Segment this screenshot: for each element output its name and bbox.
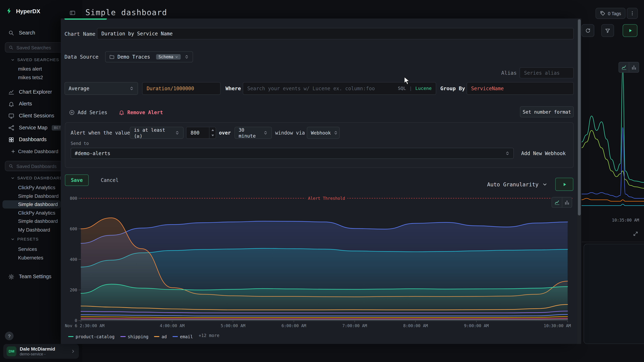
gear-icon	[8, 274, 14, 280]
refresh-button[interactable]	[582, 24, 594, 37]
webhook-select[interactable]: #demo-alerts	[71, 148, 514, 159]
alias-field[interactable]	[520, 67, 574, 78]
legend-swatch	[68, 336, 74, 337]
scrollbar-thumb[interactable]	[578, 19, 580, 215]
saved-dashboards-section-header[interactable]: SAVED DASHBOARDS	[11, 176, 66, 180]
remove-alert-button[interactable]: Remove Alert	[119, 108, 163, 117]
cancel-button[interactable]: Cancel	[97, 175, 122, 186]
lucene-mode-toggle[interactable]: Lucene	[416, 86, 432, 91]
legend-item[interactable]: ad	[154, 334, 167, 339]
alias-input[interactable]	[524, 70, 570, 76]
bar-chart-icon	[631, 65, 637, 70]
alert-threshold-field[interactable]	[186, 127, 216, 139]
saved-search-item[interactable]: mikes alert	[18, 65, 42, 73]
run-query-button[interactable]	[623, 24, 638, 37]
chevron-down-icon	[11, 176, 15, 180]
chart-name-input[interactable]	[102, 31, 569, 36]
granularity-select[interactable]: Auto Granularity	[483, 178, 551, 191]
legend-item[interactable]: +12 more	[198, 333, 219, 338]
mode-separator: |	[409, 86, 412, 91]
schema-badge[interactable]: Schema	[156, 54, 181, 59]
bar-view-button[interactable]	[562, 197, 572, 207]
legend-item[interactable]: product-catalog	[68, 334, 114, 339]
select-chevrons-icon	[263, 130, 268, 135]
svg-text:8:00:00 AM: 8:00:00 AM	[403, 323, 428, 328]
legend-swatch	[172, 336, 178, 337]
active-tab-indicator	[64, 18, 106, 20]
aggregation-select[interactable]: Average	[64, 82, 138, 95]
legend-item[interactable]: email	[172, 334, 193, 339]
svg-text:9:00:00 AM: 9:00:00 AM	[464, 323, 489, 328]
saved-searches-section-header[interactable]: SAVED SEARCHES	[11, 57, 59, 62]
help-button[interactable]: ?	[5, 332, 14, 340]
where-search-field[interactable]: SQL | Lucene	[243, 82, 436, 95]
select-chevrons-icon	[175, 130, 180, 135]
dots-vertical-icon	[630, 11, 635, 16]
add-series-button[interactable]: Add Series	[69, 108, 107, 117]
sidebar-toggle-button[interactable]	[68, 8, 77, 18]
set-number-format-button[interactable]: Set number format	[520, 106, 574, 117]
play-icon	[562, 181, 567, 187]
filter-button[interactable]	[601, 24, 614, 37]
line-view-button[interactable]	[552, 197, 562, 207]
add-new-webhook-button[interactable]: Add New Webhook	[521, 148, 566, 159]
select-chevrons-icon	[129, 86, 134, 91]
saved-search-item[interactable]: mikes tets2	[18, 73, 43, 82]
more-menu-button[interactable]	[627, 8, 638, 19]
sql-mode-toggle[interactable]: SQL	[398, 86, 406, 91]
legend-item[interactable]: shipping	[120, 334, 148, 339]
alias-label: Alias	[498, 67, 517, 78]
sidebar-item-label: Service Map	[19, 125, 48, 130]
expand-panel-button[interactable]	[633, 231, 638, 236]
dashboard-list-item[interactable]: Simple Dashboard	[18, 192, 59, 200]
line-view-button[interactable]	[619, 62, 629, 72]
background-panel	[584, 244, 644, 344]
refresh-icon	[585, 28, 591, 33]
dashboard-list-item[interactable]: ClickPy Analytics	[18, 209, 55, 217]
user-info: Dale McDiarmid demo-service -	[20, 346, 55, 357]
app-root: HyperDX Search SAVED SEARCHES mikes aler…	[0, 0, 644, 362]
search-icon	[8, 164, 14, 169]
bg-chart-type-toggle	[618, 62, 639, 73]
section-label: SAVED SEARCHES	[17, 57, 59, 62]
alert-window-select[interactable]: 30 minute	[234, 127, 272, 139]
create-dashboard-button[interactable]: Create Dashboard	[11, 149, 58, 154]
chevron-down-icon	[542, 181, 548, 187]
caret-down-icon	[211, 135, 214, 136]
svg-text:200: 200	[70, 288, 77, 292]
group-by-field[interactable]: ServiceName	[466, 82, 574, 95]
plus-circle-icon	[69, 110, 75, 115]
button-label: Add Series	[78, 110, 107, 115]
field-expression[interactable]: Duration/1000000	[142, 82, 220, 95]
dashboard-list-item[interactable]: Simple dashboard	[18, 217, 58, 225]
increment-button[interactable]	[210, 127, 216, 133]
alert-condition-select[interactable]: is at least (≥)	[130, 127, 184, 139]
item-label: Kubernetes	[18, 255, 43, 260]
user-menu[interactable]: DM Dale McDiarmid demo-service -	[3, 344, 79, 359]
preset-item[interactable]: Services	[18, 245, 37, 253]
select-chevrons-icon	[184, 55, 189, 59]
data-source-select[interactable]: Demo Traces Schema	[105, 51, 193, 62]
svg-text:400: 400	[70, 257, 77, 262]
dashboard-list-item-active[interactable]: Simple dashboard	[2, 200, 61, 208]
alert-threshold-input[interactable]	[190, 130, 207, 136]
window-via-label: window via	[275, 127, 305, 139]
chart-name-field[interactable]	[97, 28, 574, 39]
bar-view-button[interactable]	[629, 62, 639, 72]
send-to-label: Send to	[71, 141, 89, 146]
item-label: ClickPy Analytics	[18, 210, 55, 216]
section-label: SAVED DASHBOARDS	[17, 176, 66, 180]
presets-section-header[interactable]: PRESETS	[11, 237, 39, 241]
tags-button[interactable]: 0 Tags	[596, 8, 626, 19]
run-chart-button[interactable]	[555, 178, 573, 191]
dashboard-list-item[interactable]: My Dashboard	[18, 226, 50, 234]
decrement-button[interactable]	[210, 133, 216, 138]
save-button[interactable]: Save	[65, 175, 89, 186]
where-search-input[interactable]	[247, 86, 395, 91]
alert-channel-select[interactable]: Webhook	[307, 127, 340, 139]
dashboard-list-item[interactable]: ClickPy Analytics	[18, 183, 55, 192]
webhook-value: #demo-alerts	[75, 151, 110, 156]
preset-item[interactable]: Kubernetes	[18, 254, 43, 262]
brand[interactable]: HyperDX	[6, 7, 40, 14]
sidebar-item-label: Client Sessions	[19, 113, 54, 119]
